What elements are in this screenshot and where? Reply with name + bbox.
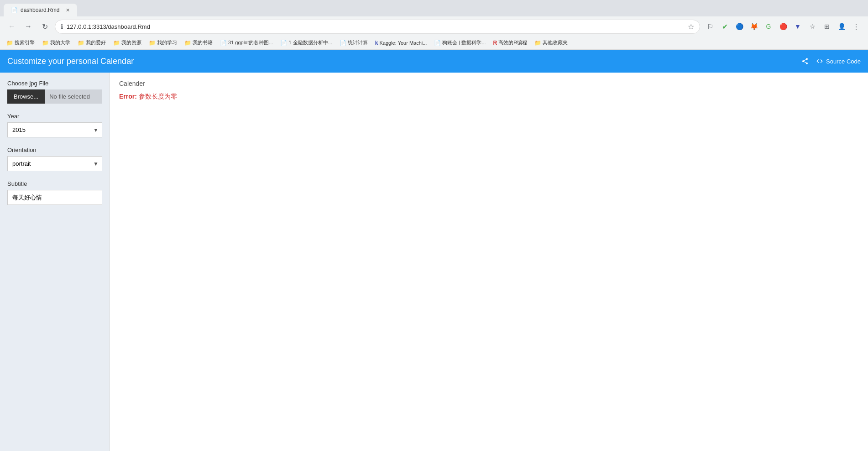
share-button[interactable] xyxy=(801,58,809,65)
subtitle-section: Subtitle xyxy=(7,180,102,205)
nav-bar: ← → ↻ ℹ 127.0.0.1:3313/dashboard.Rmd ☆ ⚐… xyxy=(0,16,868,37)
error-label: Error: xyxy=(119,93,137,100)
subtitle-label: Subtitle xyxy=(7,180,102,187)
bookmark-item[interactable]: k Kaggle: Your Machi... xyxy=(372,39,430,47)
browser-chrome: 📄 dashboard.Rmd ✕ ← → ↻ ℹ 127.0.0.1:3313… xyxy=(0,0,868,50)
extension-icon8[interactable]: ⊞ xyxy=(821,20,833,33)
extension-icon5[interactable]: 🔴 xyxy=(777,20,790,33)
year-select[interactable]: 2013 2014 2015 2016 2017 2018 2019 2020 xyxy=(7,122,102,137)
bookmark-label: 我的爱好 xyxy=(86,39,106,46)
tab-bar: 📄 dashboard.Rmd ✕ xyxy=(0,0,868,16)
star-icon[interactable]: ☆ xyxy=(688,22,694,31)
extension-icon4[interactable]: G xyxy=(762,20,775,33)
bookmark-label: Kaggle: Your Machi... xyxy=(379,40,427,46)
bookmark-item[interactable]: 📁 我的学习 xyxy=(146,38,180,47)
year-section: Year 2013 2014 2015 2016 2017 2018 2019 … xyxy=(7,113,102,137)
tab-title: dashboard.Rmd xyxy=(21,7,59,13)
reload-button[interactable]: ↻ xyxy=(38,20,51,33)
bookmark-item[interactable]: 📁 我的大学 xyxy=(39,38,73,47)
forward-button[interactable]: → xyxy=(22,20,35,33)
extension-icon6[interactable]: ▼ xyxy=(791,20,804,33)
bookmark-item[interactable]: 📁 其他收藏夹 xyxy=(532,38,570,47)
extension-icon1[interactable]: ✔ xyxy=(718,20,731,33)
extension-icon7[interactable]: ☆ xyxy=(806,20,819,33)
file-icon: k xyxy=(375,40,378,46)
file-icon: 📄 xyxy=(280,40,287,46)
app-title: Customize your personal Calendar xyxy=(7,57,134,66)
orientation-section: Orientation portrait landscape ▼ xyxy=(7,147,102,171)
file-icon: 📄 xyxy=(434,40,441,46)
file-icon: 📄 xyxy=(340,40,346,46)
bookmark-label: 搜索引擎 xyxy=(15,39,35,46)
file-label: Choose jpg File xyxy=(7,80,102,87)
error-text-body: 参数长度为零 xyxy=(139,93,177,100)
url-text: 127.0.0.1:3313/dashboard.Rmd xyxy=(67,23,684,30)
bookmark-label: 31 ggplot的各种图... xyxy=(228,39,273,46)
folder-icon: 📁 xyxy=(149,40,156,46)
main-layout: Choose jpg File Browse... No file select… xyxy=(0,73,868,451)
bookmark-item[interactable]: 📁 我的书籍 xyxy=(182,38,215,47)
bookmark-label: 高效的R编程 xyxy=(498,39,527,46)
orientation-select[interactable]: portrait landscape xyxy=(7,156,102,171)
bookmark-item[interactable]: 📁 搜索引擎 xyxy=(4,38,37,47)
bookmarks-bar: 📁 搜索引擎 📁 我的大学 📁 我的爱好 📁 我的资源 📁 我的学习 📁 我的书… xyxy=(0,37,868,49)
folder-icon: 📁 xyxy=(78,40,84,46)
tab-favicon: 📄 xyxy=(11,7,18,13)
bookmark-item[interactable]: 📁 我的资源 xyxy=(110,38,144,47)
orientation-label: Orientation xyxy=(7,147,102,153)
lock-icon: ℹ xyxy=(61,23,63,30)
more-menu-icon[interactable]: ⋮ xyxy=(850,20,863,33)
bookmark-label: 统计计算 xyxy=(348,39,368,46)
source-code-button[interactable]: Source Code xyxy=(816,58,861,65)
file-input-row: Browse... No file selected xyxy=(7,89,102,104)
bookmark-item[interactable]: 📁 我的爱好 xyxy=(75,38,109,47)
user-avatar[interactable]: 👤 xyxy=(835,20,848,33)
year-label: Year xyxy=(7,113,102,120)
bookmark-item[interactable]: R 高效的R编程 xyxy=(491,38,530,47)
bookmark-label: 我的资源 xyxy=(121,39,141,46)
nav-icons: ⚐ ✔ 🔵 🦊 G 🔴 ▼ ☆ ⊞ 👤 ⋮ xyxy=(704,20,863,33)
share-icon xyxy=(801,58,809,65)
browse-button[interactable]: Browse... xyxy=(7,89,45,104)
source-code-label: Source Code xyxy=(826,58,861,65)
extension-icon2[interactable]: 🔵 xyxy=(733,20,746,33)
extension-icon3[interactable]: 🦊 xyxy=(748,20,760,33)
orientation-select-wrapper: portrait landscape ▼ xyxy=(7,156,102,171)
bookmark-icon[interactable]: ⚐ xyxy=(704,20,716,33)
bookmark-label: 1 金融数据分析中... xyxy=(288,39,332,46)
subtitle-input[interactable] xyxy=(7,190,102,205)
folder-icon: 📁 xyxy=(6,40,13,46)
error-message: Error: 参数长度为零 xyxy=(119,93,859,101)
bookmark-label: 我的大学 xyxy=(50,39,70,46)
folder-icon: 📁 xyxy=(184,40,191,46)
code-icon xyxy=(816,58,823,65)
address-bar[interactable]: ℹ 127.0.0.1:3313/dashboard.Rmd ☆ xyxy=(55,20,700,34)
sidebar: Choose jpg File Browse... No file select… xyxy=(0,73,110,451)
bookmark-item[interactable]: 📄 1 金融数据分析中... xyxy=(277,38,335,47)
bookmark-item[interactable]: 📄 狗账会 | 数据科学... xyxy=(431,38,488,47)
no-file-label: No file selected xyxy=(45,89,102,104)
bookmark-label: 狗账会 | 数据科学... xyxy=(442,39,486,46)
tab-close-icon[interactable]: ✕ xyxy=(66,7,70,13)
panel-title: Calender xyxy=(119,80,859,87)
folder-icon: 📁 xyxy=(113,40,120,46)
file-icon: 📄 xyxy=(220,40,227,46)
year-select-wrapper: 2013 2014 2015 2016 2017 2018 2019 2020 … xyxy=(7,122,102,137)
header-actions: Source Code xyxy=(801,58,861,65)
bookmark-label: 我的学习 xyxy=(157,39,177,46)
bookmark-item[interactable]: 📄 31 ggplot的各种图... xyxy=(217,38,276,47)
folder-icon: 📁 xyxy=(42,40,49,46)
back-button[interactable]: ← xyxy=(5,20,18,33)
file-section: Choose jpg File Browse... No file select… xyxy=(7,80,102,104)
app-header: Customize your personal Calendar Source … xyxy=(0,50,868,73)
folder-icon: 📁 xyxy=(534,40,541,46)
file-icon: R xyxy=(493,40,497,46)
content-area: Calender Error: 参数长度为零 xyxy=(110,73,868,451)
bookmark-label: 其他收藏夹 xyxy=(543,39,568,46)
bookmark-item[interactable]: 📄 统计计算 xyxy=(337,38,371,47)
active-tab[interactable]: 📄 dashboard.Rmd ✕ xyxy=(4,4,77,16)
bookmark-label: 我的书籍 xyxy=(193,39,213,46)
